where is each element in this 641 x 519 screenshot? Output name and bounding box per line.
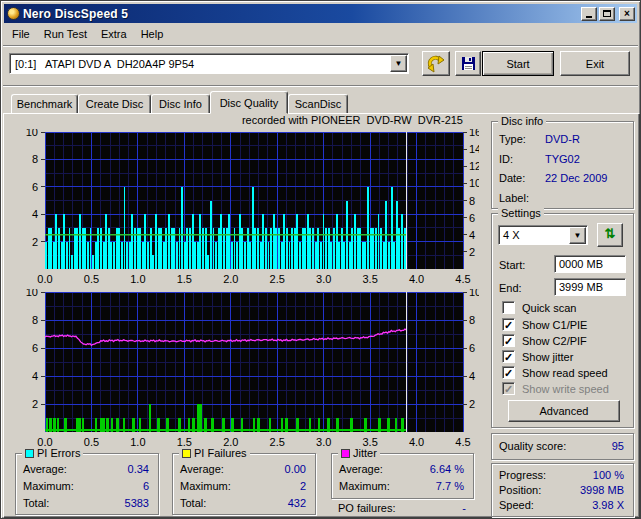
start-button-label: Start (506, 58, 529, 70)
pif-maximum-value: 2 (300, 480, 306, 492)
settings-title: Settings (498, 207, 544, 219)
checkbox-icon (502, 350, 515, 363)
svg-text:3.0: 3.0 (316, 273, 331, 285)
pie-maximum-value: 6 (143, 480, 149, 492)
title-bar[interactable]: Nero DiscSpeed 5 × (4, 4, 637, 23)
svg-text:0.5: 0.5 (84, 273, 99, 285)
svg-text:6: 6 (469, 342, 475, 354)
checkbox-show-c1-pie[interactable]: Show C1/PIE (502, 318, 587, 331)
pi-errors-stats-box: PI Errors Average:0.34 Maximum:6 Total:5… (15, 453, 159, 515)
minimize-button[interactable] (581, 7, 597, 21)
chevron-down-icon[interactable]: ▼ (569, 227, 586, 244)
pie-average-value: 0.34 (128, 463, 149, 475)
pif-average-label: Average: (180, 463, 224, 475)
checkbox-label: Show C2/PIF (522, 335, 587, 347)
exit-button[interactable]: Exit (560, 51, 630, 76)
svg-text:4: 4 (32, 370, 38, 382)
svg-text:0.5: 0.5 (84, 436, 99, 448)
svg-text:8: 8 (32, 153, 38, 165)
pif-total-label: Total: (180, 497, 206, 509)
quality-score-value: 95 (612, 440, 624, 452)
pie-total-value: 5383 (125, 497, 149, 509)
close-button[interactable]: × (619, 7, 635, 21)
separator (3, 85, 638, 87)
pif-total-value: 432 (288, 497, 306, 509)
menu-help[interactable]: Help (134, 26, 171, 44)
drive-select-combo[interactable]: [0:1] ATAPI DVD A DH20A4P 9P54 ▼ (9, 53, 409, 74)
svg-text:6: 6 (469, 212, 475, 224)
svg-text:4.5: 4.5 (455, 436, 470, 448)
disc-date-label: Date: (499, 172, 525, 184)
eject-disc-button[interactable] (422, 51, 450, 76)
checkbox-icon (502, 318, 515, 331)
pi-failures-stats-box: PI Failures Average:0.00 Maximum:2 Total… (172, 453, 316, 515)
tab-scandisc[interactable]: ScanDisc (288, 94, 348, 114)
exit-button-label: Exit (586, 58, 604, 70)
svg-text:8: 8 (469, 314, 475, 326)
chevron-down-icon[interactable]: ▼ (390, 55, 407, 72)
progress-box: Progress:100 % Position:3998 MB Speed:3.… (491, 463, 634, 517)
svg-text:2: 2 (469, 246, 475, 258)
checkbox-icon (502, 334, 515, 347)
scan-start-label: Start: (499, 259, 525, 271)
svg-text:8: 8 (469, 195, 475, 207)
checkbox-label: Show C1/PIE (522, 319, 587, 331)
maximize-button[interactable] (599, 7, 615, 21)
checkbox-show-jitter[interactable]: Show jitter (502, 350, 573, 363)
yellow-arrows-icon (427, 55, 445, 73)
menu-extra[interactable]: Extra (94, 26, 134, 44)
svg-text:1.0: 1.0 (130, 436, 145, 448)
pi-failures-title: PI Failures (194, 447, 247, 459)
jitter-maximum-value: 7.7 % (436, 480, 464, 492)
disc-info-box: Disc info Type:DVD-R ID:TYG02 Date:22 De… (491, 121, 634, 209)
menu-file[interactable]: File (5, 26, 37, 44)
disc-label-label: Label: (499, 192, 529, 204)
svg-text:4: 4 (469, 370, 475, 382)
svg-text:2.5: 2.5 (270, 273, 285, 285)
checkbox-icon (502, 366, 515, 379)
tab-disc-info[interactable]: Disc Info (151, 94, 210, 114)
svg-text:4.0: 4.0 (409, 436, 424, 448)
refresh-disc-button[interactable]: ⇅ (597, 223, 623, 247)
checkbox-label: Show write speed (522, 383, 609, 395)
svg-text:2: 2 (32, 236, 38, 248)
svg-text:3.0: 3.0 (316, 436, 331, 448)
po-failures-label: PO failures: (338, 502, 395, 514)
disc-id-label: ID: (499, 153, 513, 165)
svg-text:4: 4 (469, 229, 475, 241)
save-results-button[interactable] (455, 51, 481, 76)
svg-text:6: 6 (32, 181, 38, 193)
scan-end-input[interactable]: 3999 MB (554, 278, 626, 296)
svg-text:10: 10 (26, 289, 38, 298)
po-failures-row: PO failures: - (338, 502, 468, 516)
svg-text:0.0: 0.0 (37, 273, 52, 285)
quality-score-label: Quality score: (499, 440, 566, 452)
menu-run-test[interactable]: Run Test (37, 26, 94, 44)
graph-header: recorded with PIONEER DVD-RW DVR-215 (45, 114, 463, 126)
start-button[interactable]: Start (482, 51, 554, 76)
advanced-button[interactable]: Advanced (508, 400, 620, 422)
checkbox-show-write-speed: Show write speed (502, 382, 609, 395)
separator (3, 45, 638, 47)
disc-type-value: DVD-R (545, 133, 580, 145)
checkbox-icon (502, 301, 515, 314)
menu-bar: File Run Test Extra Help (5, 26, 636, 44)
svg-text:2.0: 2.0 (223, 273, 238, 285)
svg-text:8: 8 (32, 314, 38, 326)
checkbox-quick-scan[interactable]: Quick scan (502, 301, 576, 314)
tab-create-disc[interactable]: Create Disc (78, 94, 151, 114)
scan-start-input[interactable]: 0000 MB (554, 255, 626, 273)
svg-text:10: 10 (26, 129, 38, 138)
svg-text:10: 10 (469, 289, 479, 298)
tab-disc-quality[interactable]: Disc Quality (210, 91, 288, 114)
advanced-button-label: Advanced (540, 405, 589, 417)
progress-label: Progress: (499, 469, 546, 481)
speed-select-combo[interactable]: 4 X ▼ (498, 225, 588, 245)
pif-average-value: 0.00 (285, 463, 306, 475)
pi-errors-chart: 1086421614121086420.00.51.01.52.02.53.03… (9, 129, 479, 287)
checkbox-show-c2-pif[interactable]: Show C2/PIF (502, 334, 587, 347)
checkbox-show-read-speed[interactable]: Show read speed (502, 366, 608, 379)
tab-benchmark[interactable]: Benchmark (11, 94, 78, 114)
speed-select-value: 4 X (499, 229, 569, 241)
jitter-stats-box: Jitter Average:6.64 % Maximum:7.7 % (331, 453, 474, 499)
